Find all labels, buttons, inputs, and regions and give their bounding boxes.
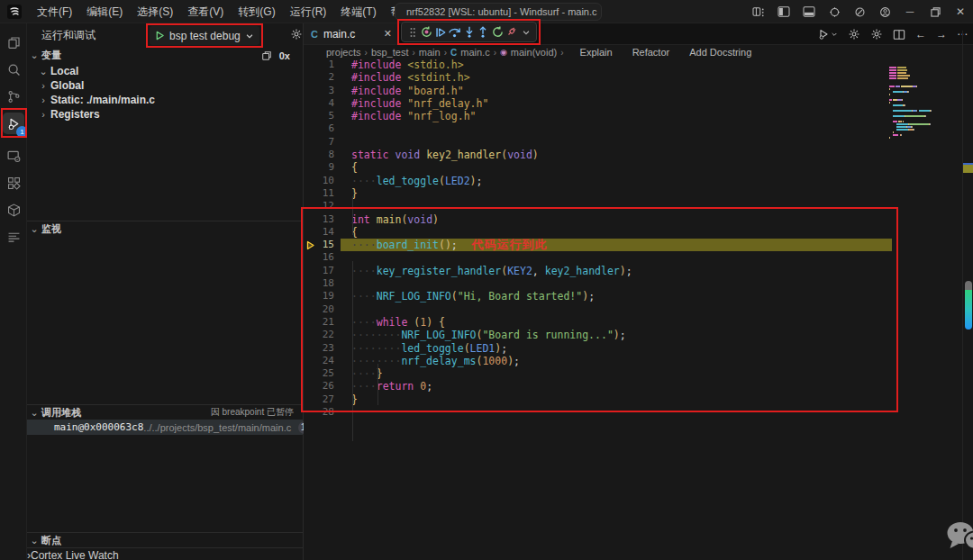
line-number[interactable]: 26 xyxy=(304,380,334,393)
cascade-scrollbar[interactable] xyxy=(965,290,972,330)
package-icon[interactable] xyxy=(0,196,27,223)
lens-explain[interactable]: Explain xyxy=(580,47,613,58)
line-number[interactable]: 3 xyxy=(304,85,334,97)
breakpoints-section-header[interactable]: ⌄ 断点 xyxy=(27,532,303,547)
disconnect-icon[interactable] xyxy=(505,24,518,41)
line-number[interactable]: 6 xyxy=(304,122,334,135)
run-or-debug-icon[interactable] xyxy=(817,28,838,41)
code-line[interactable]: 26····return 0; xyxy=(304,380,973,393)
variables-tree-item[interactable]: ⌄Local xyxy=(27,64,303,78)
settings-gear-icon[interactable] xyxy=(870,28,883,41)
line-number[interactable]: 2 xyxy=(304,71,334,84)
line-number[interactable]: 17 xyxy=(304,265,334,277)
breadcrumb-item[interactable]: main.c xyxy=(460,47,489,58)
extensions-icon[interactable] xyxy=(0,169,27,196)
variables-tree-item[interactable]: ›Global xyxy=(27,78,303,93)
code-line[interactable]: 5#include "nrf_log.h" xyxy=(304,110,973,122)
drag-grip-icon[interactable] xyxy=(405,24,419,41)
remote-explorer-icon[interactable] xyxy=(0,142,27,169)
hex-format-toggle[interactable]: 0x xyxy=(279,50,290,61)
toggle-sidebar-icon[interactable] xyxy=(771,0,796,23)
customize-layout-icon[interactable] xyxy=(746,0,771,23)
line-number[interactable]: 12 xyxy=(304,200,334,212)
code-line[interactable]: 24········nrf_delay_ms(1000); xyxy=(304,355,973,367)
variables-tree-item[interactable]: ›Static: ./main/main.c xyxy=(27,93,303,107)
line-number[interactable]: 10 xyxy=(304,175,334,187)
code-line[interactable]: 18 xyxy=(304,277,973,290)
settings-gear-icon[interactable] xyxy=(848,28,860,41)
do-not-disturb-icon[interactable] xyxy=(847,0,872,23)
tab-main-c[interactable]: C main.c ✕ xyxy=(304,23,399,44)
code-line[interactable]: 27} xyxy=(304,393,973,406)
toggle-panel-icon[interactable] xyxy=(796,0,822,23)
code-line[interactable]: 13int main(void) xyxy=(304,213,973,226)
outline-icon[interactable] xyxy=(0,223,27,250)
cortex-live-watch-item[interactable]: › Cortex Live Watch xyxy=(27,547,303,560)
lens-refactor[interactable]: Refactor xyxy=(632,47,670,58)
code-line[interactable]: 17····key_register_handler(KEY2, key2_ha… xyxy=(304,265,973,277)
minimap[interactable] xyxy=(889,56,961,131)
gear-icon[interactable] xyxy=(290,28,303,43)
line-number[interactable]: 14 xyxy=(304,226,334,239)
call-stack-section-header[interactable]: ⌄ 调用堆栈 因 breakpoint 已暂停 xyxy=(27,404,303,420)
code-editor[interactable]: 1#include <stdio.h>2#include <stdint.h>3… xyxy=(304,59,973,560)
line-number[interactable]: 11 xyxy=(304,187,334,200)
continue-icon[interactable] xyxy=(434,24,448,41)
menu-item[interactable]: 查看(V) xyxy=(180,0,231,23)
code-line[interactable]: 16 xyxy=(304,251,973,264)
codeium-icon[interactable] xyxy=(822,0,847,23)
restart-icon[interactable] xyxy=(491,24,505,41)
code-line[interactable]: 22········NRF_LOG_INFO("Board is running… xyxy=(304,329,973,341)
line-number[interactable]: 13 xyxy=(304,213,334,226)
source-control-icon[interactable] xyxy=(0,83,27,110)
copy-value-icon[interactable] xyxy=(261,50,272,61)
line-number[interactable]: 5 xyxy=(304,110,334,122)
variables-tree-item[interactable]: ›Registers xyxy=(27,107,303,122)
code-line[interactable]: 3#include "board.h" xyxy=(304,85,973,97)
chevron-down-icon[interactable] xyxy=(519,24,532,41)
restore-icon[interactable] xyxy=(923,0,948,23)
step-over-icon[interactable] xyxy=(448,24,461,41)
back-icon[interactable]: ← xyxy=(915,28,926,41)
code-line[interactable]: 28 xyxy=(304,406,973,419)
line-number[interactable]: 27 xyxy=(304,393,334,406)
line-number[interactable]: 8 xyxy=(304,149,334,161)
code-line[interactable]: 19····NRF_LOG_INFO("Hi, Board started!")… xyxy=(304,290,973,303)
line-number[interactable]: 15 xyxy=(304,239,334,251)
code-line[interactable]: 2#include <stdint.h> xyxy=(304,71,973,84)
code-line[interactable]: 20 xyxy=(304,303,973,316)
code-line[interactable]: 14{ xyxy=(304,226,973,239)
split-editor-icon[interactable] xyxy=(893,29,905,41)
code-line[interactable]: 21····while (1) { xyxy=(304,316,973,329)
line-number[interactable]: 21 xyxy=(304,316,334,329)
code-line[interactable]: 6 xyxy=(304,122,973,135)
code-line[interactable]: 12 xyxy=(304,200,973,212)
line-number[interactable]: 9 xyxy=(304,161,334,174)
line-number[interactable]: 18 xyxy=(304,277,334,290)
line-number[interactable]: 1 xyxy=(304,59,334,71)
code-line[interactable]: 10····led_toggle(LED2); xyxy=(304,175,973,187)
menu-item[interactable]: 转到(G) xyxy=(231,0,282,23)
line-number[interactable]: 24 xyxy=(304,355,334,367)
line-number[interactable]: 16 xyxy=(304,251,334,264)
breadcrumb-item[interactable]: bsp_test xyxy=(371,47,409,58)
watch-section-header[interactable]: ⌄ 监视 xyxy=(27,221,303,236)
close-tab-icon[interactable]: ✕ xyxy=(384,28,392,40)
code-line[interactable]: 1#include <stdio.h> xyxy=(304,59,973,71)
lens-add-docstring[interactable]: Add Docstring xyxy=(689,47,751,58)
breadcrumb-item[interactable]: projects xyxy=(326,47,361,58)
code-line[interactable]: 15····board_init();代码运行到此 xyxy=(304,239,973,251)
code-line[interactable]: 7 xyxy=(304,136,973,149)
step-into-icon[interactable] xyxy=(462,24,476,41)
code-line[interactable]: 11} xyxy=(304,187,973,200)
line-number[interactable]: 7 xyxy=(304,136,334,149)
search-icon[interactable] xyxy=(0,56,27,83)
code-line[interactable]: 4#include "nrf_delay.h" xyxy=(304,97,973,110)
breadcrumb-item[interactable]: main xyxy=(419,47,441,58)
line-number[interactable]: 20 xyxy=(304,303,334,316)
explorer-icon[interactable] xyxy=(0,29,27,56)
variables-section-header[interactable]: ⌄ 变量 0x xyxy=(27,48,303,63)
line-number[interactable]: 22 xyxy=(304,329,334,341)
menu-item[interactable]: 编辑(E) xyxy=(79,0,130,23)
line-number[interactable]: 28 xyxy=(304,406,334,419)
